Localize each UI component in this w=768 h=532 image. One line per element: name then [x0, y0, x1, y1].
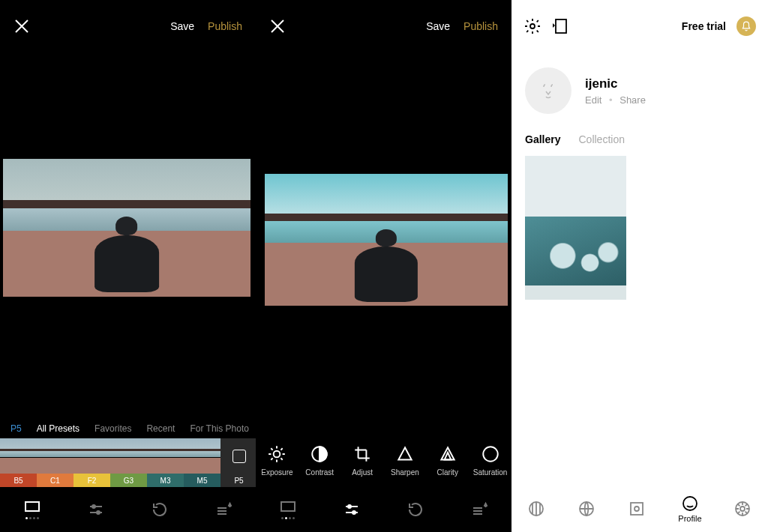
tab-gallery[interactable]: Gallery [525, 133, 560, 145]
profile-pane: Free trial ijenic Edit • Share Gallery C… [512, 0, 768, 532]
tool-clarity[interactable]: Clarity [426, 444, 469, 477]
gallery-grid [512, 156, 768, 300]
editor-tools-pane: Save Publish ExposureContrastAdjustSharp… [256, 0, 512, 532]
nav-sliders-icon[interactable] [334, 501, 370, 519]
save-button[interactable]: Save [426, 20, 450, 32]
tab-recent[interactable]: Recent [146, 423, 175, 434]
svg-point-17 [740, 507, 745, 511]
close-icon[interactable] [14, 18, 30, 34]
edit-profile-button[interactable]: Edit [585, 94, 602, 106]
preset-label: M3 [147, 474, 184, 487]
tool-saturation[interactable]: Saturation [469, 444, 512, 477]
notifications-icon[interactable] [736, 16, 756, 36]
avatar[interactable] [525, 67, 572, 114]
preset-c1[interactable]: C1 [37, 438, 74, 487]
publish-button[interactable]: Publish [464, 20, 498, 32]
preset-label: G3 [110, 474, 147, 487]
nav-profile-icon[interactable]: Profile [678, 495, 701, 523]
tool-label: Exposure [261, 468, 292, 477]
tool-label: Contrast [305, 468, 334, 477]
topbar: Save Publish [0, 0, 256, 52]
tool-label: Saturation [473, 468, 508, 477]
username: ijenic [585, 76, 646, 91]
nav-studio-icon[interactable] [628, 500, 646, 518]
share-profile-button[interactable]: Share [620, 94, 646, 106]
topbar: Save Publish [256, 0, 512, 52]
gallery-item[interactable] [525, 156, 626, 300]
save-button[interactable]: Save [170, 20, 194, 32]
nav-presets-icon[interactable] [14, 500, 50, 519]
nav-recipes-icon[interactable] [206, 501, 242, 519]
nav-profile-label: Profile [678, 514, 701, 523]
tool-contrast[interactable]: Contrast [298, 444, 341, 477]
preview-image[interactable] [3, 159, 250, 297]
svg-point-9 [530, 24, 535, 28]
svg-point-14 [634, 507, 639, 511]
preset-label: C1 [37, 474, 74, 487]
tool-exposure[interactable]: Exposure [256, 444, 298, 477]
preset-m3[interactable]: M3 [147, 438, 184, 487]
bottom-nav [256, 487, 512, 532]
preset-p5[interactable]: P5 [220, 438, 257, 487]
tab-current-preset[interactable]: P5 [10, 423, 22, 434]
tab-collection[interactable]: Collection [578, 133, 624, 145]
svg-point-3 [274, 450, 280, 457]
tool-label: Clarity [437, 468, 458, 477]
tab-all-presets[interactable]: All Presets [37, 423, 80, 434]
preview-image[interactable] [265, 174, 508, 306]
nav-history-icon[interactable] [398, 501, 434, 519]
nav-settings-wheel-icon[interactable] [734, 500, 752, 518]
gear-icon[interactable] [524, 17, 542, 35]
add-to-device-icon[interactable] [550, 17, 568, 35]
svg-rect-13 [631, 503, 643, 515]
preset-label: P5 [220, 474, 257, 487]
close-icon[interactable] [269, 18, 286, 34]
profile-tabs: Gallery Collection [512, 133, 768, 156]
free-trial-button[interactable]: Free trial [682, 20, 726, 32]
svg-rect-0 [26, 502, 39, 511]
preset-label: M5 [184, 474, 220, 487]
preset-m5[interactable]: M5 [184, 438, 220, 487]
nav-feed-icon[interactable] [527, 500, 545, 518]
preset-f2[interactable]: F2 [74, 438, 110, 487]
publish-button[interactable]: Publish [208, 20, 242, 32]
preset-b5[interactable]: B5 [0, 438, 37, 487]
tab-for-this-photo[interactable]: For This Photo [190, 423, 248, 434]
preset-label: F2 [74, 474, 110, 487]
nav-discover-icon[interactable] [578, 500, 596, 518]
preset-tabs: P5 All Presets Favorites Recent For This… [0, 423, 256, 438]
tab-favorites[interactable]: Favorites [94, 423, 131, 434]
preset-label: B5 [0, 474, 37, 487]
preset-g3[interactable]: G3 [110, 438, 147, 487]
tool-label: Adjust [352, 468, 373, 477]
preset-strip[interactable]: B5C1F2G3M3M5P5 [0, 438, 256, 487]
nav-sliders-icon[interactable] [78, 501, 114, 519]
tool-strip[interactable]: ExposureContrastAdjustSharpenClaritySatu… [256, 433, 512, 487]
editor-presets-pane: Save Publish P5 All Presets Favorites Re… [0, 0, 256, 532]
profile-header: ijenic Edit • Share [512, 52, 768, 133]
svg-point-15 [683, 497, 697, 510]
topbar: Free trial [512, 0, 768, 52]
nav-recipes-icon[interactable] [461, 501, 497, 519]
nav-presets-icon[interactable] [270, 500, 306, 519]
svg-point-5 [483, 447, 498, 462]
svg-rect-10 [556, 19, 566, 33]
tool-sharpen[interactable]: Sharpen [383, 444, 426, 477]
nav-history-icon[interactable] [142, 501, 178, 519]
bottom-nav [0, 487, 256, 532]
tool-label: Sharpen [391, 468, 419, 477]
profile-actions: Edit • Share [585, 94, 646, 106]
svg-rect-6 [281, 502, 295, 511]
tool-adjust[interactable]: Adjust [341, 444, 384, 477]
bottom-nav: Profile [512, 486, 768, 532]
